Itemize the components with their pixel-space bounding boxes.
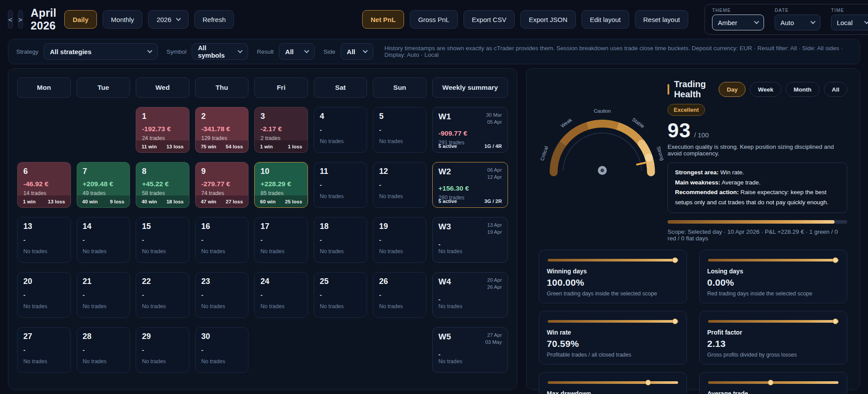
day-cell-25[interactable]: 25-No trades — [314, 272, 367, 318]
metric-slider[interactable] — [708, 381, 838, 384]
week-footer: 5 active1G / 4R — [433, 140, 508, 152]
day-cell-23[interactable]: 23-No trades — [195, 272, 249, 318]
day-cell-11[interactable]: 11-No trades — [314, 162, 367, 208]
day-cell-18[interactable]: 18-No trades — [314, 217, 367, 263]
next-month-button[interactable]: > — [18, 10, 23, 29]
toolbar-actions: Net PnL Gross PnL Export CSV Export JSON… — [362, 10, 694, 29]
date-select[interactable]: Auto — [775, 15, 820, 30]
week-summary-w5[interactable]: W527 Apr03 May-No trades — [432, 327, 508, 373]
day-cell-22[interactable]: 22-No trades — [136, 272, 189, 318]
filter-bar: Strategy All strategies Symbol All symbo… — [8, 39, 860, 64]
day-number: 17 — [260, 222, 302, 231]
daily-view-button[interactable]: Daily — [64, 10, 97, 29]
day-cell-10[interactable]: 10+228.29 €85 trades60 win25 loss — [254, 162, 308, 208]
net-pnl-button[interactable]: Net PnL — [362, 10, 404, 29]
day-number: 18 — [320, 222, 361, 231]
day-cell-29[interactable]: 29-No trades — [136, 327, 189, 373]
refresh-button[interactable]: Refresh — [194, 10, 234, 29]
day-cell-8[interactable]: 8+45.22 €58 trades40 win18 loss — [136, 162, 189, 208]
no-trades-label: No trades — [83, 248, 124, 254]
metric-slider-handle[interactable] — [832, 318, 838, 324]
prev-month-button[interactable]: < — [8, 10, 13, 29]
day-cell-9[interactable]: 9-279.77 €74 trades47 win27 loss — [195, 162, 249, 208]
day-cell-17[interactable]: 17-No trades — [254, 217, 308, 263]
day-cell-4[interactable]: 4-No trades — [314, 107, 367, 153]
week-summary-w1[interactable]: W130 Mar05 Apr-909.77 €291 trades5 activ… — [432, 107, 508, 153]
day-header-mon: Mon — [17, 77, 71, 98]
loss-count: 13 loss — [48, 199, 65, 204]
export-csv-button[interactable]: Export CSV — [464, 10, 515, 29]
date-select-value: Auto — [780, 19, 794, 26]
metric-slider-handle[interactable] — [672, 257, 678, 263]
metric-slider[interactable] — [548, 381, 678, 384]
day-cell-20[interactable]: 20-No trades — [17, 272, 71, 318]
side-filter-select[interactable]: All — [341, 43, 373, 60]
year-select[interactable]: 2026 — [148, 10, 188, 29]
chevron-down-icon — [147, 48, 152, 53]
day-cell-30[interactable]: 30-No trades — [195, 327, 249, 373]
no-trades-label: No trades — [438, 248, 502, 254]
reset-layout-button[interactable]: Reset layout — [635, 10, 688, 29]
day-cell-2[interactable]: 2-341.78 €129 trades75 win54 loss — [195, 107, 249, 153]
chevron-down-icon — [238, 48, 243, 53]
export-json-button[interactable]: Export JSON — [520, 10, 576, 29]
strategy-filter-select[interactable]: All strategies — [44, 43, 158, 60]
metric-slider[interactable] — [708, 259, 838, 261]
health-progress-fill — [668, 220, 835, 224]
metric-slider-handle[interactable] — [768, 379, 774, 385]
time-select[interactable]: Local — [831, 15, 868, 30]
metric-card-average-trade: Average trade+2.69 €Net result per close… — [699, 372, 847, 394]
metric-description: Profitable trades / all closed trades — [547, 352, 679, 358]
metric-card-win-rate: Win rate70.59%Profitable trades / all cl… — [539, 311, 687, 365]
day-pnl: +228.29 € — [260, 180, 302, 188]
day-pnl-dash: - — [83, 236, 124, 243]
day-winloss-footer: 11 win13 loss — [136, 140, 189, 152]
no-trades-label: No trades — [142, 303, 183, 309]
week-code: W4 — [438, 277, 451, 287]
day-cell-28[interactable]: 28-No trades — [77, 327, 130, 373]
no-trades-label: No trades — [23, 303, 65, 309]
day-cell-6[interactable]: 6-46.92 €14 trades1 win13 loss — [17, 162, 71, 208]
tab-month[interactable]: Month — [786, 82, 819, 97]
day-cell-16[interactable]: 16-No trades — [195, 217, 249, 263]
day-cell-13[interactable]: 13-No trades — [17, 217, 71, 263]
day-cell-24[interactable]: 24-No trades — [254, 272, 308, 318]
day-cell-3[interactable]: 3-2.17 €2 trades1 win1 loss — [254, 107, 308, 153]
day-header-fri: Fri — [254, 77, 308, 98]
metric-slider[interactable] — [708, 320, 838, 323]
day-cell-21[interactable]: 21-No trades — [77, 272, 130, 318]
week-summary-w2[interactable]: W206 Apr12 Apr+156.30 €280 trades5 activ… — [432, 162, 508, 208]
metric-slider[interactable] — [548, 320, 678, 323]
day-cell-26[interactable]: 26-No trades — [373, 272, 427, 318]
edit-layout-button[interactable]: Edit layout — [582, 10, 629, 29]
week-summary-w4[interactable]: W420 Apr26 Apr-No trades — [432, 272, 508, 318]
day-number: 4 — [320, 112, 361, 121]
day-cell-5[interactable]: 5-No trades — [373, 107, 427, 153]
no-trades-label: No trades — [379, 303, 420, 309]
tab-week[interactable]: Week — [750, 82, 781, 97]
tab-day[interactable]: Day — [719, 82, 746, 97]
day-cell-19[interactable]: 19-No trades — [373, 217, 427, 263]
day-cell-15[interactable]: 15-No trades — [136, 217, 189, 263]
tab-all[interactable]: All — [824, 82, 847, 97]
week-date-range: 27 Apr03 May — [485, 332, 502, 346]
week-summary-w3[interactable]: W313 Apr19 Apr-No trades — [432, 217, 508, 263]
metric-slider[interactable] — [548, 259, 678, 261]
day-cell-12[interactable]: 12-No trades — [373, 162, 427, 208]
result-filter-select[interactable]: All — [279, 43, 315, 60]
day-cell-27[interactable]: 27-No trades — [17, 327, 71, 373]
day-cell-14[interactable]: 14-No trades — [77, 217, 130, 263]
metric-label: Winning days — [547, 268, 679, 275]
metric-slider-handle[interactable] — [645, 379, 651, 385]
day-cell-7[interactable]: 7+209.48 €49 trades40 win9 loss — [77, 162, 130, 208]
no-trades-label: No trades — [379, 248, 420, 254]
metric-slider-handle[interactable] — [832, 257, 838, 263]
day-pnl-dash: - — [142, 236, 183, 243]
symbol-filter-select[interactable]: All symbols — [192, 43, 248, 60]
day-pnl-dash: - — [23, 346, 65, 353]
gross-pnl-button[interactable]: Gross PnL — [410, 10, 458, 29]
day-cell-1[interactable]: 1-192.73 €24 trades11 win13 loss — [136, 107, 189, 153]
metric-slider-handle[interactable] — [672, 318, 678, 324]
monthly-view-button[interactable]: Monthly — [103, 10, 143, 29]
theme-select[interactable]: Amber — [712, 15, 764, 30]
